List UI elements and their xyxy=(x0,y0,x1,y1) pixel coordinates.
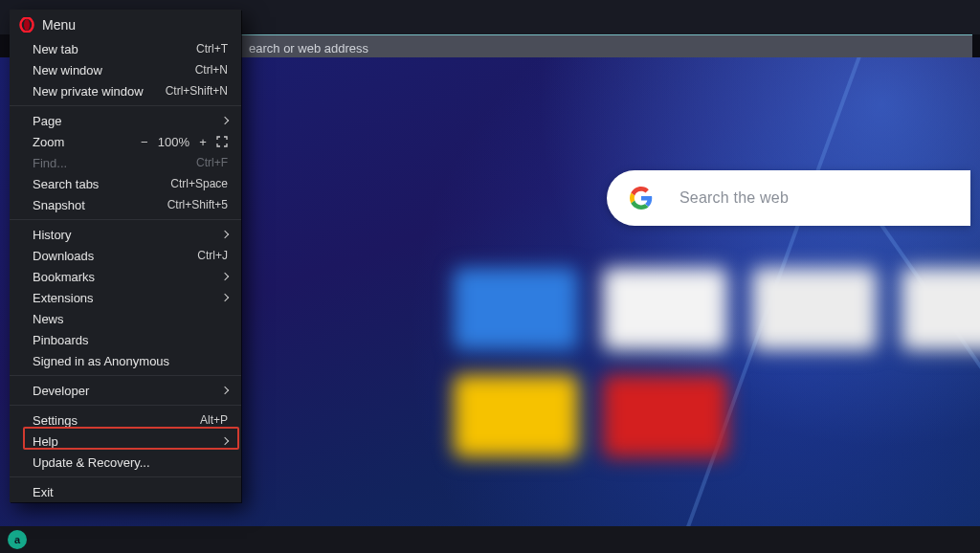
speed-dial-tile xyxy=(752,375,877,457)
chevron-right-icon xyxy=(221,231,229,238)
menu-shortcut: Ctrl+Shift+N xyxy=(166,84,228,98)
address-bar-placeholder: earch or web address xyxy=(249,41,368,55)
menu-item-help[interactable]: Help xyxy=(10,431,241,452)
menu-item-snapshot[interactable]: SnapshotCtrl+Shift+5 xyxy=(10,194,241,215)
menu-item-label: Update & Recovery... xyxy=(33,455,150,470)
menu-item-label: Help xyxy=(33,434,58,449)
menu-item-label: Pinboards xyxy=(33,333,89,347)
menu-item-downloads[interactable]: DownloadsCtrl+J xyxy=(10,245,241,266)
fullscreen-icon[interactable] xyxy=(216,136,228,147)
menu-item-pinboards[interactable]: Pinboards xyxy=(10,329,241,350)
menu-shortcut: Ctrl+Shift+5 xyxy=(167,198,228,211)
chevron-right-icon xyxy=(221,117,229,124)
chevron-right-icon xyxy=(221,437,229,445)
menu-item-label: Extensions xyxy=(33,291,94,305)
chevron-right-icon xyxy=(221,387,229,394)
menu-item-new-private-window[interactable]: New private windowCtrl+Shift+N xyxy=(10,80,241,101)
speed-dial-tile[interactable] xyxy=(454,375,578,457)
menu-item-search-tabs[interactable]: Search tabsCtrl+Space xyxy=(10,173,241,194)
chevron-right-icon xyxy=(221,273,229,280)
menu-item-history[interactable]: History xyxy=(10,224,241,245)
svg-point-1 xyxy=(24,19,30,31)
badge-letter: a xyxy=(14,534,20,545)
menu-item-bookmarks[interactable]: Bookmarks xyxy=(10,266,241,287)
speed-dial-grid xyxy=(454,268,980,457)
zoom-in-button[interactable]: + xyxy=(197,135,209,149)
menu-shortcut: Ctrl+J xyxy=(197,249,228,262)
menu-item-label: Developer xyxy=(33,384,89,398)
menu-item-find: Find...Ctrl+F xyxy=(10,152,241,173)
menu-separator xyxy=(10,219,241,220)
menu-title: Menu xyxy=(42,17,76,33)
menu-separator xyxy=(10,105,241,106)
search-placeholder: Search the web xyxy=(679,189,789,207)
menu-item-label: Exit xyxy=(33,485,54,499)
menu-item-label: Find... xyxy=(33,156,67,170)
menu-item-page[interactable]: Page xyxy=(10,110,241,131)
zoom-out-button[interactable]: − xyxy=(139,135,150,149)
menu-item-label: History xyxy=(33,228,71,242)
menu-item-label: News xyxy=(33,312,64,326)
menu-header: Menu xyxy=(10,10,241,38)
menu-item-new-tab[interactable]: New tabCtrl+T xyxy=(10,38,241,59)
opera-menu: Menu New tabCtrl+TNew windowCtrl+NNew pr… xyxy=(10,10,241,502)
sidebar-app-badge[interactable]: a xyxy=(8,530,27,549)
menu-item-label: Zoom xyxy=(33,135,64,149)
speed-dial-tile[interactable] xyxy=(603,268,727,350)
menu-item-label: Settings xyxy=(33,413,78,428)
speed-dial-tile[interactable] xyxy=(752,268,877,350)
menu-item-label: Downloads xyxy=(33,249,94,263)
menu-item-label: New private window xyxy=(33,84,144,99)
menu-item-label: Search tabs xyxy=(33,177,99,191)
menu-item-exit[interactable]: Exit xyxy=(10,481,241,502)
menu-item-signed-in[interactable]: Signed in as Anonymous xyxy=(10,350,241,371)
menu-separator xyxy=(10,476,241,477)
menu-item-label: Snapshot xyxy=(33,198,85,212)
menu-shortcut: Alt+P xyxy=(200,413,228,427)
menu-item-label: Signed in as Anonymous xyxy=(33,354,169,368)
menu-separator xyxy=(10,405,241,406)
menu-item-update[interactable]: Update & Recovery... xyxy=(10,452,241,473)
menu-shortcut: Ctrl+T xyxy=(196,42,228,55)
google-icon xyxy=(630,187,653,210)
opera-logo-icon xyxy=(19,17,34,33)
speed-dial-tile[interactable] xyxy=(603,375,727,457)
speed-dial-tile[interactable] xyxy=(454,268,578,350)
menu-item-label: New tab xyxy=(33,42,78,56)
menu-shortcut: Ctrl+F xyxy=(196,156,228,169)
menu-item-settings[interactable]: SettingsAlt+P xyxy=(10,409,241,431)
chevron-right-icon xyxy=(221,294,229,301)
menu-item-label: Bookmarks xyxy=(33,270,95,284)
menu-item-news[interactable]: News xyxy=(10,308,241,329)
search-box[interactable]: Search the web xyxy=(607,170,970,226)
menu-item-label: Page xyxy=(33,114,61,128)
menu-item-new-window[interactable]: New windowCtrl+N xyxy=(10,59,241,80)
menu-shortcut: Ctrl+N xyxy=(195,63,228,77)
speed-dial-tile xyxy=(902,375,980,457)
menu-shortcut: Ctrl+Space xyxy=(170,177,228,190)
menu-separator xyxy=(10,375,241,376)
menu-item-label: New window xyxy=(33,63,102,77)
status-bar: a xyxy=(0,526,980,553)
menu-item-extensions[interactable]: Extensions xyxy=(10,287,241,308)
menu-item-developer[interactable]: Developer xyxy=(10,380,241,401)
zoom-value: 100% xyxy=(158,135,189,149)
menu-item-zoom: Zoom−100%+ xyxy=(10,131,241,152)
speed-dial-tile[interactable] xyxy=(902,268,980,350)
